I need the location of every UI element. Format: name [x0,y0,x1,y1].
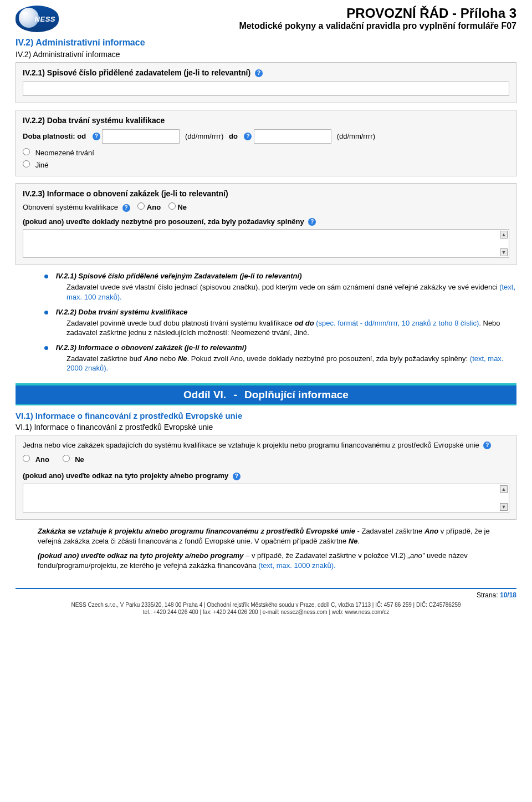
bullet-dot-icon [44,311,48,314]
page-label: Strana: [477,591,500,599]
panel-iv21-title-text: IV.2.1) Spisové číslo přidělené zadavate… [23,68,250,77]
p2-rest-b: „ano" [408,551,425,560]
date-hint-1: (dd/mm/rrrr) [185,132,223,140]
radio-no-text: Ne [177,203,187,211]
footer-line2: tel.: +420 244 026 400 | fax: +420 244 0… [16,608,516,616]
section-vi1-heading: VI.1) Informace o financování z prostřed… [16,411,516,420]
footer-rule [16,588,516,589]
help-icon[interactable]: ? [255,69,263,77]
radio-unlimited[interactable] [23,148,30,155]
vi1-radio-no-label[interactable]: Ne [63,455,84,464]
docs-textarea[interactable]: ▲ ▼ [23,229,509,258]
duration-row: Doba platnosti: od ? (dd/mm/rrrr) do ? (… [23,129,509,144]
bullet-iv23: IV.2.3) Informace o obnovení zakázek (je… [44,343,516,373]
radio-unlimited-label[interactable]: Neomezené trvání [23,149,94,157]
vi1-textarea[interactable]: ▲ ▼ [23,484,509,512]
footer: NESS Czech s.r.o., V Parku 2335/20, 148 … [16,601,516,616]
radio-unlimited-row: Neomezené trvání [23,148,509,157]
scroll-down-icon[interactable]: ▼ [500,248,508,256]
bullet-iv21: IV.2.1) Spisové číslo přidělené veřejným… [44,272,516,302]
scroll-up-icon[interactable]: ▲ [500,485,508,493]
radio-other-label[interactable]: Jiné [23,161,48,169]
radio-renew-no[interactable] [168,202,176,210]
b3-text-b: Ano [144,354,158,363]
b3-text-a: Zadavatel zaškrtne buď [66,354,144,363]
vi1-links-hint-row: (pokud ano) uveďte odkaz na tyto projekt… [23,471,509,480]
b3-text-e: . Pokud zvolí Ano, uvede doklady nezbytn… [187,354,470,363]
radio-eu-yes[interactable] [23,455,30,462]
radio-other[interactable] [23,160,30,167]
radio-yes-label[interactable]: Ano [137,203,163,211]
p1-rest-b: Ano [424,527,438,535]
radio-other-text: Jiné [35,161,49,169]
docs-hint-row: (pokud ano) uveďte doklady nezbytné pro … [23,217,509,226]
bullet-dot-icon [44,346,48,350]
b2-text-c: (spec. formát - dd/mm/rrrr, 10 znaků z t… [314,319,481,327]
vi1-radio-row: Ano Ne [23,455,509,464]
vi1-body: Zakázka se vztahuje k projektu a/nebo pr… [38,526,494,571]
panel-iv23: IV.2.3) Informace o obnovení zakázek (je… [16,183,516,265]
section-vi-banner: Oddíl VI. - Doplňující informace [16,383,516,405]
page-subtitle: Metodické pokyny a validační pravidla pr… [64,21,516,31]
help-icon[interactable]: ? [122,204,130,212]
renewal-row: Obnovení systému kvalifikace ? Ano Ne [23,202,509,212]
bullet-iv21-title: IV.2.1) Spisové číslo přidělené veřejným… [56,272,302,280]
page-title: PROVOZNÍ ŘÁD - Příloha 3 [64,6,516,21]
bullet-iv23-para: Zadavatel zaškrtne buď Ano nebo Ne. Poku… [66,354,516,373]
p2-lead: (pokud ano) uveďte odkaz na tyto projekt… [38,551,244,560]
scroll-up-icon[interactable]: ▲ [500,231,508,238]
logo-text: NESS [35,15,55,23]
b2-text-a: Zadavatel povinně uvede buď dobu platnos… [66,319,294,327]
date-hint-2: (dd/mm/rrrr) [337,132,375,140]
vi1-question-row: Jedna nebo více zakázek spadajících do s… [23,441,509,450]
date-from-input[interactable] [102,129,180,144]
page-header: NESS PROVOZNÍ ŘÁD - Příloha 3 Metodické … [16,6,516,32]
footer-line1: NESS Czech s.r.o., V Parku 2335/20, 148 … [16,601,516,609]
vi1-p2: (pokud ano) uveďte odkaz na tyto projekt… [38,551,494,571]
radio-yes-text: Ano [147,203,161,211]
panel-vi1: Jedna nebo více zakázek spadajících do s… [16,435,516,520]
banner-right: Doplňující informace [242,389,349,400]
bullet-iv22: IV.2.2) Doba trvání systému kvalifikace … [44,308,516,338]
bullet-iv23-title: IV.2.3) Informace o obnovení zakázek (je… [56,343,247,352]
ness-logo: NESS [16,6,59,32]
banner-dash: - [233,389,237,400]
renewal-label: Obnovení systému kvalifikace [23,203,118,211]
b1-text-a: Zadavatel uvede své vlastní číslo jednac… [66,283,499,291]
help-icon[interactable]: ? [308,218,316,226]
radio-eu-no[interactable] [63,455,70,462]
help-icon[interactable]: ? [233,473,241,480]
radio-unlimited-text: Neomezené trvání [35,149,94,157]
page-value: 10/18 [500,591,516,599]
bullets-iv2: IV.2.1) Spisové číslo přidělené veřejným… [44,272,516,373]
vi1-p1: Zakázka se vztahuje k projektu a/nebo pr… [38,526,494,546]
p1-rest-a: - Zadavatel zaškrtne [355,527,424,535]
date-to-input[interactable] [254,129,331,144]
panel-iv22: IV.2.2) Doba trvání systému kvalifikace … [16,110,516,176]
vi1-question: Jedna nebo více zakázek spadajících do s… [23,441,479,449]
help-icon[interactable]: ? [93,133,100,140]
section-iv2-label: IV.2) Administrativní informace [16,50,516,59]
radio-renew-yes[interactable] [137,202,145,210]
p1-lead: Zakázka se vztahuje k projektu a/nebo pr… [38,527,355,535]
scroll-down-icon[interactable]: ▼ [500,503,508,511]
duration-to-label: do [229,132,238,140]
vi1-radio-yes-label[interactable]: Ano [23,455,52,464]
b3-text-c: nebo [158,354,178,363]
vi1-radio-no-text: Ne [75,455,84,464]
b3-text-d: Ne [178,354,187,363]
page-number: Strana: 10/18 [16,591,516,599]
vi1-radio-yes-text: Ano [35,455,49,464]
p2-rest-d: (text, max. 1000 znaků). [258,561,335,570]
p1-rest-d: Ne [349,537,358,545]
p2-rest-a: – v případě, že Zadavatel zaškrtne v pol… [244,551,408,560]
panel-iv21-title: IV.2.1) Spisové číslo přidělené zadavate… [23,68,509,77]
b2-text-b: od do [294,319,314,327]
radio-no-label[interactable]: Ne [168,203,187,211]
file-number-input[interactable] [23,82,509,96]
bullet-iv22-para: Zadavatel povinně uvede buď dobu platnos… [66,318,516,338]
p1-rest-e: . [357,537,360,545]
help-icon[interactable]: ? [483,441,491,449]
panel-iv23-title: IV.2.3) Informace o obnovení zakázek (je… [23,189,509,198]
help-icon[interactable]: ? [244,133,252,140]
